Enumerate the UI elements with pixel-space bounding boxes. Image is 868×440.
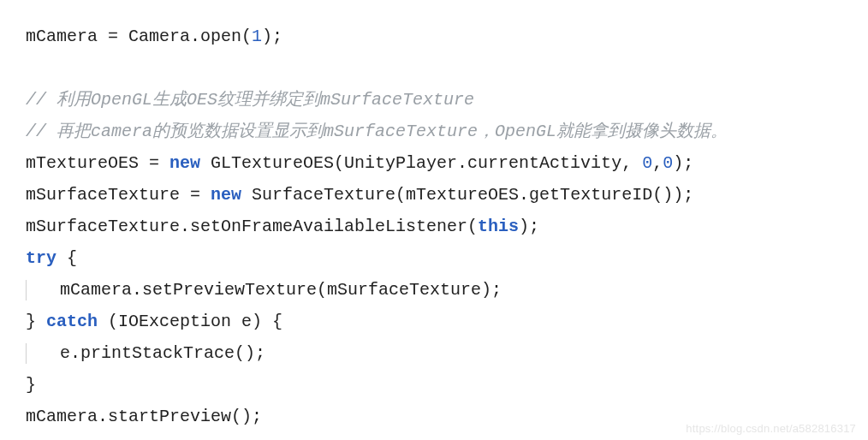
t: // 利用 — [26, 90, 91, 110]
kw-new: new — [169, 153, 200, 173]
t: , — [652, 153, 663, 173]
t: } — [26, 312, 46, 331]
line-13: mCamera.startPreview(); — [26, 407, 262, 426]
t: OpenGL — [91, 90, 152, 110]
t: mSurfaceTexture = — [26, 185, 211, 205]
indent-guide — [26, 343, 27, 364]
kw-catch: catch — [46, 312, 98, 331]
t: mSurfaceTexture — [320, 90, 474, 110]
t: e.printStackTrace(); — [60, 343, 265, 363]
indent-guide — [26, 280, 27, 300]
number-literal: 1 — [252, 27, 262, 46]
t: 生成 — [152, 90, 187, 110]
t: mCamera.setPreviewTexture(mSurfaceTextur… — [60, 280, 502, 300]
watermark: https://blog.csdn.net/a582816317 — [686, 422, 856, 435]
line-9: mCamera.setPreviewTexture(mSurfaceTextur… — [26, 280, 502, 300]
line-8: try { — [26, 248, 77, 268]
line-12: } — [26, 375, 36, 395]
t: OpenGL — [495, 122, 556, 141]
kw-new: new — [211, 185, 241, 205]
t: mSurfaceTexture.setOnFrameAvailableListe… — [26, 217, 478, 236]
t: OES — [187, 90, 217, 110]
kw-try: try — [26, 248, 56, 268]
t: 的预览数据设置显示到 — [152, 122, 324, 141]
t: camera — [91, 122, 152, 141]
t: ); — [673, 153, 693, 173]
t: mSurfaceTexture — [324, 122, 478, 141]
comment-1: // 利用OpenGL生成OES纹理并绑定到mSurfaceTexture — [26, 90, 474, 110]
line-6: mSurfaceTexture = new SurfaceTexture(mTe… — [26, 185, 693, 205]
t: // 再把 — [26, 122, 91, 141]
t: SurfaceTexture(mTextureOES.getTextureID(… — [241, 185, 693, 205]
t: ); — [262, 27, 282, 46]
t: { — [56, 248, 77, 268]
line-10: } catch (IOException e) { — [26, 312, 282, 331]
t: ); — [519, 217, 539, 236]
t: mTextureOES = — [26, 153, 169, 173]
code-block: mCamera = Camera.open(1); // 利用OpenGL生成O… — [0, 0, 868, 440]
t: 就能拿到摄像头数据。 — [556, 122, 728, 141]
t: 纹理并绑定到 — [217, 90, 320, 110]
t: mCamera = Camera.open( — [26, 27, 252, 46]
comment-2: // 再把camera的预览数据设置显示到mSurfaceTexture，Ope… — [26, 122, 728, 141]
t: ， — [478, 122, 495, 141]
t: GLTextureOES(UnityPlayer.currentActivity… — [200, 153, 642, 173]
kw-this: this — [478, 217, 519, 236]
line-1: mCamera = Camera.open(1); — [26, 27, 282, 46]
line-5: mTextureOES = new GLTextureOES(UnityPlay… — [26, 153, 693, 173]
number-literal: 0 — [663, 153, 673, 173]
t: (IOException e) { — [98, 312, 282, 331]
number-literal: 0 — [642, 153, 652, 173]
line-11: e.printStackTrace(); — [26, 343, 265, 363]
line-7: mSurfaceTexture.setOnFrameAvailableListe… — [26, 217, 539, 236]
